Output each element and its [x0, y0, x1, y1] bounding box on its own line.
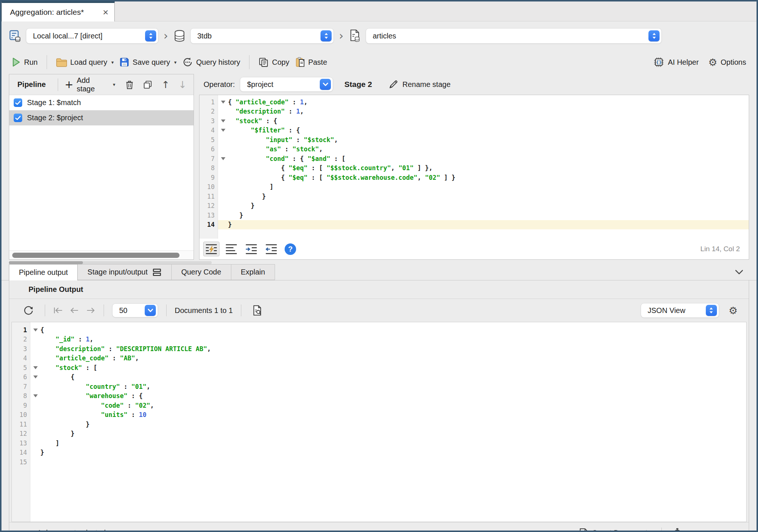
code-line[interactable]: 6 "as" : "stock",: [199, 145, 749, 154]
help-button[interactable]: ?: [285, 243, 296, 255]
code-line[interactable]: 6 {: [12, 373, 746, 382]
collection-icon: [349, 29, 361, 43]
code-line[interactable]: 3 "description" : "DESCRIPTION ARTICLE A…: [12, 344, 746, 354]
fold-arrow-icon[interactable]: [30, 366, 40, 369]
tab-pipeline-output[interactable]: Pipeline output: [9, 264, 78, 280]
code-line[interactable]: 8 "warehouse" : {: [12, 391, 746, 401]
code-text: }: [228, 221, 749, 228]
load-query-button[interactable]: Load query ▾: [56, 58, 114, 67]
delete-stage-icon[interactable]: [123, 80, 137, 90]
code-line[interactable]: 11 }: [12, 420, 746, 429]
code-line[interactable]: 11 }: [199, 192, 749, 201]
copy-button[interactable]: Copy: [258, 57, 289, 67]
code-line[interactable]: 5 "stock" : [: [12, 363, 746, 373]
compact-lines-button[interactable]: [223, 242, 239, 256]
tab-explain[interactable]: Explain: [231, 264, 275, 280]
code-line[interactable]: 14}: [12, 448, 746, 458]
duplicate-stage-icon[interactable]: [140, 80, 155, 90]
fold-arrow-icon[interactable]: [30, 376, 40, 378]
database-select[interactable]: 3tdb: [190, 28, 334, 44]
next-page-icon[interactable]: [86, 307, 95, 314]
page-size-select[interactable]: 50: [112, 303, 158, 317]
prev-page-icon[interactable]: [70, 307, 79, 314]
line-number: 5: [12, 364, 30, 371]
move-stage-down-icon[interactable]: ↓: [176, 80, 189, 90]
code-line[interactable]: 3 "stock" : {: [199, 116, 749, 126]
code-line[interactable]: 5 "input" : "$stock",: [199, 135, 749, 145]
collapse-panel-chevron-icon[interactable]: [735, 264, 749, 280]
stage-code-area[interactable]: 1{ "article_code" : 1,2 "description" : …: [199, 95, 749, 239]
code-line[interactable]: 4 "$filter" : {: [199, 126, 749, 135]
code-line[interactable]: 1{: [12, 325, 746, 335]
move-stage-up-icon[interactable]: ↑: [159, 80, 172, 90]
code-line[interactable]: 12 }: [12, 429, 746, 439]
code-text: ]: [228, 183, 749, 191]
add-stage-button[interactable]: + Add stage ▾: [65, 76, 115, 93]
toolbar-separator: [241, 304, 241, 316]
code-line[interactable]: 1{ "article_code" : 1,: [199, 97, 749, 107]
code-text: "code" : "02",: [40, 402, 746, 409]
cursor-position-status: Lin 14, Col 2: [700, 245, 745, 253]
run-button[interactable]: Run: [12, 57, 38, 67]
fold-arrow-icon[interactable]: [218, 129, 228, 132]
code-line[interactable]: 9 "code" : "02",: [12, 401, 746, 410]
connection-select[interactable]: Local local...7 [direct]: [26, 28, 158, 44]
tab-aggregation[interactable]: Aggregation: articles* ×: [1, 1, 115, 21]
code-line[interactable]: 2 "_id" : 1,: [12, 335, 746, 344]
code-line[interactable]: 13 }: [199, 211, 749, 220]
tab-close-icon[interactable]: ×: [103, 7, 108, 17]
stage-list-item[interactable]: Stage 2: $project: [9, 110, 194, 125]
code-line[interactable]: 4 "article_code" : "AB",: [12, 354, 746, 363]
stage-checkbox[interactable]: [14, 98, 22, 107]
fold-arrow-icon[interactable]: [218, 101, 228, 104]
rename-stage-button[interactable]: Rename stage: [388, 79, 450, 90]
fold-arrow-icon[interactable]: [218, 119, 228, 122]
code-line[interactable]: 12 }: [199, 201, 749, 211]
line-number: 6: [199, 145, 218, 153]
format-code-button[interactable]: [203, 242, 219, 256]
svg-text:{}: {}: [656, 60, 662, 65]
pipeline-title: Pipeline: [17, 80, 46, 89]
options-button[interactable]: ⚙ Options: [708, 57, 746, 67]
fold-arrow-icon[interactable]: [30, 329, 40, 331]
operator-select[interactable]: $project: [240, 77, 333, 92]
editor-toolbar: ? Lin 14, Col 2: [199, 239, 749, 259]
paste-button[interactable]: Paste: [295, 57, 327, 67]
tab-query-code[interactable]: Query Code: [172, 264, 231, 280]
code-line[interactable]: 7 "cond" : { "$and" : [: [199, 154, 749, 164]
code-text: ]: [40, 440, 746, 447]
code-line[interactable]: 10 "units" : 10: [12, 410, 746, 420]
code-line[interactable]: 2 "description" : 1,: [199, 107, 749, 117]
pipeline-header: Pipeline + Add stage ▾ ↑ ↓: [9, 74, 194, 95]
collection-select[interactable]: articles: [366, 28, 662, 44]
code-line[interactable]: 8 { "$eq" : [ "$$stock.country", "01" ] …: [199, 164, 749, 173]
first-page-icon[interactable]: [53, 307, 63, 314]
stage-list-item[interactable]: Stage 1: $match: [9, 95, 194, 110]
fold-arrow-icon[interactable]: [218, 157, 228, 160]
indent-less-button[interactable]: [263, 242, 279, 256]
code-line[interactable]: 9 { "$eq" : [ "$$stock.warehouse.code", …: [199, 173, 749, 182]
code-line[interactable]: 10 ]: [199, 182, 749, 192]
refresh-icon[interactable]: [20, 305, 37, 316]
view-mode-select[interactable]: JSON View: [641, 303, 719, 318]
tab-stage-input-output[interactable]: Stage input/output: [78, 264, 171, 280]
output-document-view[interactable]: 1{2 "_id" : 1,3 "description" : "DESCRIP…: [11, 322, 747, 522]
save-query-button[interactable]: Save query ▾: [120, 57, 177, 67]
stage-checkbox[interactable]: [14, 114, 22, 122]
output-settings-gear-icon[interactable]: ⚙: [729, 306, 738, 316]
code-text: {: [40, 326, 746, 334]
count-documents-button[interactable]: # Count Documents: [579, 528, 651, 532]
code-line[interactable]: 14}: [199, 220, 749, 230]
fold-arrow-icon[interactable]: [30, 394, 40, 397]
stage-list: Stage 1: $matchStage 2: $project: [9, 95, 194, 125]
ai-helper-button[interactable]: {} AI Helper: [653, 57, 698, 68]
query-history-button[interactable]: Query history: [182, 57, 240, 67]
code-line[interactable]: 7 "country" : "01",: [12, 382, 746, 391]
save-icon: [120, 57, 129, 67]
indent-more-button[interactable]: [243, 242, 259, 256]
code-line[interactable]: 15: [12, 457, 746, 467]
line-number: 10: [12, 411, 30, 418]
code-line[interactable]: 13 ]: [12, 438, 746, 448]
pipeline-hscrollbar-thumb[interactable]: [12, 253, 180, 258]
find-in-document-icon[interactable]: [249, 305, 265, 316]
